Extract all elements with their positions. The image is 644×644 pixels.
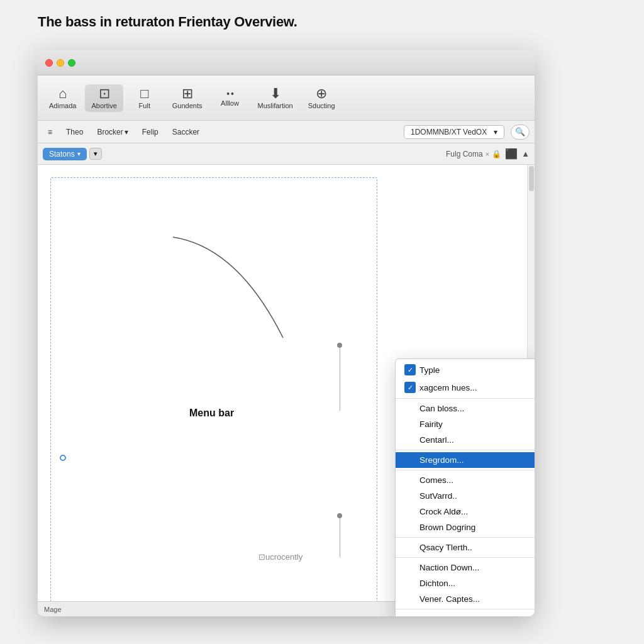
menu-section-naction: Naction Down... Dichton... Vener. Captes…: [396, 558, 535, 609]
menu-section-bloss: Can bloss... #7 Fairity ▶ Centarl...: [396, 399, 535, 450]
upalin-label: Upalin..: [419, 614, 448, 616]
fairity-label: Fairity: [419, 419, 443, 429]
menu-item-dichton[interactable]: Dichton...: [396, 575, 535, 591]
minimize-button[interactable]: [57, 59, 64, 67]
menu-item-centarl[interactable]: Centarl...: [396, 432, 535, 448]
menu-item-fairity[interactable]: Fairity ▶: [396, 416, 535, 432]
felip-label: Felip: [142, 128, 158, 136]
sregrdom-label: Sregrdom...: [419, 455, 464, 465]
menu-item-comes[interactable]: Comes... #2: [396, 472, 535, 488]
top-anchor-dot: [337, 343, 342, 348]
felip-button[interactable]: Felip: [137, 126, 164, 138]
menu-item-sutvarrd[interactable]: SutVarrd.. #2: [396, 488, 535, 504]
content-area: Menu bar ⊡ucrocently ✓ Typle: [38, 165, 535, 616]
toolbar-item-abortive[interactable]: ⊡ Abortive: [85, 84, 123, 112]
traffic-lights: [45, 59, 75, 67]
toolbar-item-gundents[interactable]: ⊞ Gundents: [166, 84, 209, 112]
fult-icon: □: [140, 87, 148, 101]
collapse-icon[interactable]: ▲: [521, 149, 530, 158]
search-icon: 🔍: [515, 127, 525, 136]
main-toolbar: ⌂ Adimada ⊡ Abortive □ Fult ⊞ Gundents •…: [38, 75, 535, 121]
menu-item-crock-aldo[interactable]: Crock Aldø... #2: [396, 504, 535, 519]
menu-item-can-bloss[interactable]: Can bloss... #7: [396, 401, 535, 416]
search-button[interactable]: 🔍: [511, 125, 530, 140]
statons-chevron-icon: ▾: [77, 150, 80, 157]
crock-label: Crock Aldø...: [419, 507, 468, 516]
xagcem-check-icon: ✓: [404, 382, 416, 393]
theo-button[interactable]: Theo: [61, 126, 88, 138]
hamburger-icon: ≡: [48, 128, 52, 136]
sducting-icon: ⊕: [316, 87, 327, 101]
xagcem-label: xagcem hues...: [419, 383, 477, 392]
small-chevron-button[interactable]: ▾: [89, 148, 102, 160]
scrollbar-thumb: [529, 166, 534, 191]
vedox-dropdown[interactable]: 1DOMMNB/XT VedOX ▾: [404, 125, 504, 139]
third-toolbar: Statons ▾ ▾ Fulg Coma × 🔒 ⬛ ▲: [38, 143, 535, 165]
toolbar-item-muslifartion[interactable]: ⬇ Muslifartion: [251, 84, 299, 112]
vertical-line-bottom: [340, 513, 340, 557]
abortive-label: Abortive: [91, 102, 116, 109]
status-label: Mage: [44, 606, 62, 613]
menu-section-upalin: Upalin.. ▶ Blachip ▶ Prindor SurtIPDS ▶ …: [396, 609, 535, 616]
menu-item-vener-captes[interactable]: Vener. Captes...: [396, 591, 535, 607]
sducting-label: Sducting: [308, 102, 335, 109]
bookmark-icon[interactable]: ⬛: [505, 148, 518, 160]
fulg-coma-label: Fulg Coma × 🔒: [446, 150, 501, 158]
menu-item-upalin[interactable]: Upalin.. ▶: [396, 611, 535, 616]
adimada-label: Adimada: [49, 102, 76, 109]
main-window: ⌂ Adimada ⊡ Abortive □ Fult ⊞ Gundents •…: [38, 50, 535, 616]
toolbar-item-sducting[interactable]: ⊕ Sducting: [302, 84, 341, 112]
menu-section-qsacy: Qsacy Tlerth.. ▶: [396, 538, 535, 558]
alllow-icon: • •: [226, 89, 233, 98]
vedox-value: 1DOMMNB/XT VedOX: [411, 128, 487, 136]
brocker-chevron-icon: ▾: [125, 128, 128, 136]
theo-label: Theo: [66, 128, 83, 136]
canvas-content-text: ⊡ucrocently: [258, 552, 303, 562]
saccker-button[interactable]: Saccker: [167, 126, 204, 138]
x-badge: ×: [486, 150, 489, 158]
toolbar-item-alllow[interactable]: • • Alllow: [211, 87, 248, 109]
menu-item-xagcem-hues[interactable]: ✓ xagcem hues...: [396, 379, 535, 396]
maximize-button[interactable]: [68, 59, 75, 67]
centarl-label: Centarl...: [419, 435, 454, 445]
menu-item-sregrdom[interactable]: Sregrdom...: [396, 452, 535, 468]
vedox-chevron-icon: ▾: [494, 128, 497, 136]
alllow-label: Alllow: [221, 99, 239, 107]
menu-section-sregrdom: Sregrdom...: [396, 450, 535, 470]
abortive-icon: ⊡: [99, 87, 110, 101]
brown-label: Brown Dogring: [419, 523, 475, 532]
typle-check-icon: ✓: [404, 364, 416, 375]
sutvarrd-label: SutVarrd..: [419, 491, 457, 501]
lock-icon[interactable]: 🔒: [492, 150, 501, 158]
brocker-dropdown[interactable]: Brocker ▾: [92, 126, 133, 138]
qsacy-label: Qsacy Tlerth..: [419, 543, 472, 552]
title-bar: [38, 50, 535, 75]
muslifartion-label: Muslifartion: [257, 102, 292, 109]
menu-item-typle[interactable]: ✓ Typle: [396, 361, 535, 379]
statons-button[interactable]: Statons ▾: [43, 148, 87, 160]
menu-bar-annotation: Menu bar: [189, 408, 234, 419]
menu-section-checked: ✓ Typle ✓ xagcem hues...: [396, 359, 535, 399]
menu-section-comes: Comes... #2 SutVarrd.. #2 Crock Aldø... …: [396, 470, 535, 538]
secondary-toolbar: ≡ Theo Brocker ▾ Felip Saccker 1DOMMNB/X…: [38, 121, 535, 143]
vertical-line-top: [340, 348, 340, 411]
toolbar-item-fult[interactable]: □ Fult: [126, 84, 164, 112]
comes-label: Comes...: [419, 475, 453, 485]
canvas-area: Menu bar ⊡ucrocently: [50, 177, 377, 605]
muslifartion-icon: ⬇: [270, 87, 281, 101]
menu-item-brown-dogring[interactable]: Brown Dogring #2: [396, 519, 535, 535]
dropdown-menu: ✓ Typle ✓ xagcem hues... Can bloss... #7…: [395, 358, 535, 616]
statons-label: Statons: [49, 150, 75, 158]
menu-item-qsacy-tlerth[interactable]: Qsacy Tlerth.. ▶: [396, 540, 535, 555]
naction-label: Naction Down...: [419, 563, 479, 572]
page-title: The bass in returaton Frientay Overview.: [38, 14, 297, 30]
close-button[interactable]: [45, 59, 53, 67]
dichton-label: Dichton...: [419, 579, 455, 588]
fulg-coma-text: Fulg Coma: [446, 150, 483, 158]
menu-item-naction-down[interactable]: Naction Down...: [396, 560, 535, 575]
adimada-icon: ⌂: [58, 87, 67, 101]
hamburger-button[interactable]: ≡: [43, 126, 57, 138]
toolbar-item-adimada[interactable]: ⌂ Adimada: [43, 84, 82, 112]
anchor-left-point: [60, 455, 66, 461]
gundents-label: Gundents: [172, 102, 203, 109]
